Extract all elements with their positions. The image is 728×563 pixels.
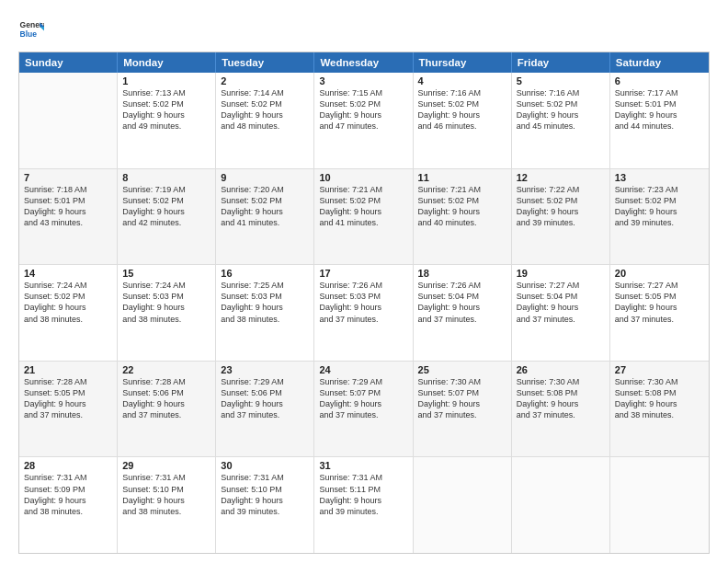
cell-info-line: Sunset: 5:05 PM [24, 387, 112, 398]
day-number: 15 [122, 268, 210, 279]
cell-info-line: and 37 minutes. [319, 409, 407, 420]
header-cell-friday: Friday [512, 52, 610, 73]
cell-info-line: Daylight: 9 hours [418, 206, 506, 217]
cell-info-line: Sunset: 5:02 PM [221, 195, 309, 206]
cell-info-line: Sunrise: 7:30 AM [517, 376, 605, 387]
day-number: 18 [418, 268, 506, 279]
day-number: 30 [221, 460, 309, 471]
cal-cell-5-2: 29Sunrise: 7:31 AMSunset: 5:10 PMDayligh… [118, 457, 216, 553]
day-number: 31 [319, 460, 407, 471]
cal-cell-4-4: 24Sunrise: 7:29 AMSunset: 5:07 PMDayligh… [314, 362, 413, 457]
day-number: 24 [319, 364, 407, 375]
cell-info-line: Sunset: 5:05 PM [615, 291, 704, 302]
cell-info-line: Sunrise: 7:26 AM [418, 280, 506, 291]
cell-info-line: Sunset: 5:02 PM [418, 98, 506, 109]
day-number: 1 [122, 75, 210, 86]
cell-info-line: Daylight: 9 hours [615, 206, 704, 217]
cal-cell-1-6: 5Sunrise: 7:16 AMSunset: 5:02 PMDaylight… [512, 73, 610, 168]
header-cell-wednesday: Wednesday [314, 52, 413, 73]
cell-info-line: Daylight: 9 hours [122, 206, 210, 217]
day-number: 28 [24, 460, 112, 471]
cell-info-line: Daylight: 9 hours [24, 495, 112, 506]
cell-info-line: Daylight: 9 hours [221, 398, 309, 409]
cal-cell-5-6 [512, 457, 610, 553]
cal-cell-2-5: 11Sunrise: 7:21 AMSunset: 5:02 PMDayligh… [414, 169, 512, 265]
cell-info-line: Sunrise: 7:28 AM [24, 376, 112, 387]
day-number: 4 [418, 75, 506, 86]
cell-info-line: Sunrise: 7:22 AM [517, 184, 605, 195]
cell-info-line: Daylight: 9 hours [517, 302, 605, 313]
cell-info-line: and 38 minutes. [24, 506, 112, 517]
cell-info-line: Daylight: 9 hours [319, 302, 407, 313]
header-cell-thursday: Thursday [414, 52, 512, 73]
cell-info-line: and 43 minutes. [24, 217, 112, 228]
cell-info-line: Sunrise: 7:31 AM [122, 472, 210, 483]
cell-info-line: Daylight: 9 hours [221, 206, 309, 217]
cell-info-line: Sunset: 5:02 PM [122, 98, 210, 109]
cell-info-line: Daylight: 9 hours [319, 206, 407, 217]
cell-info-line: Daylight: 9 hours [615, 109, 704, 121]
cell-info-line: Sunset: 5:03 PM [221, 291, 309, 302]
cell-info-line: Sunset: 5:09 PM [24, 484, 112, 495]
cell-info-line: Sunrise: 7:27 AM [615, 280, 704, 291]
cal-cell-1-2: 1Sunrise: 7:13 AMSunset: 5:02 PMDaylight… [118, 73, 216, 168]
cal-cell-4-5: 25Sunrise: 7:30 AMSunset: 5:07 PMDayligh… [414, 362, 512, 457]
cal-cell-1-5: 4Sunrise: 7:16 AMSunset: 5:02 PMDaylight… [414, 73, 512, 168]
cell-info-line: Sunrise: 7:28 AM [122, 376, 210, 387]
cell-info-line: Sunset: 5:10 PM [122, 484, 210, 495]
logo: General Blue [18, 17, 48, 42]
cell-info-line: and 37 minutes. [122, 409, 210, 420]
cell-info-line: Sunset: 5:03 PM [319, 291, 407, 302]
cell-info-line: Daylight: 9 hours [24, 206, 112, 217]
cell-info-line: Sunrise: 7:29 AM [221, 376, 309, 387]
cal-cell-4-7: 27Sunrise: 7:30 AMSunset: 5:08 PMDayligh… [610, 362, 709, 457]
day-number: 16 [221, 268, 309, 279]
cell-info-line: Daylight: 9 hours [122, 109, 210, 121]
cell-info-line: Sunrise: 7:27 AM [517, 280, 605, 291]
cell-info-line: Sunset: 5:07 PM [319, 387, 407, 398]
cell-info-line: Daylight: 9 hours [517, 109, 605, 121]
cell-info-line: Daylight: 9 hours [319, 398, 407, 409]
cell-info-line: Sunrise: 7:17 AM [615, 87, 704, 98]
day-number: 25 [418, 364, 506, 375]
cal-cell-2-2: 8Sunrise: 7:19 AMSunset: 5:02 PMDaylight… [118, 169, 216, 265]
cell-info-line: and 37 minutes. [418, 409, 506, 420]
cell-info-line: Sunrise: 7:24 AM [24, 280, 112, 291]
cell-info-line: Sunrise: 7:20 AM [221, 184, 309, 195]
cell-info-line: Sunset: 5:01 PM [24, 195, 112, 206]
cell-info-line: Daylight: 9 hours [221, 109, 309, 121]
cell-info-line: Sunrise: 7:26 AM [319, 280, 407, 291]
header-cell-saturday: Saturday [610, 52, 709, 73]
week-row-1: 1Sunrise: 7:13 AMSunset: 5:02 PMDaylight… [19, 73, 709, 169]
cal-cell-2-6: 12Sunrise: 7:22 AMSunset: 5:02 PMDayligh… [512, 169, 610, 265]
cal-cell-5-4: 31Sunrise: 7:31 AMSunset: 5:11 PMDayligh… [314, 457, 413, 553]
day-number: 20 [615, 268, 704, 279]
cell-info-line: and 40 minutes. [418, 217, 506, 228]
cell-info-line: Daylight: 9 hours [24, 398, 112, 409]
cell-info-line: Sunrise: 7:21 AM [319, 184, 407, 195]
logo-icon: General Blue [18, 17, 44, 42]
cell-info-line: Sunset: 5:06 PM [122, 387, 210, 398]
week-row-2: 7Sunrise: 7:18 AMSunset: 5:01 PMDaylight… [19, 169, 709, 266]
cell-info-line: and 39 minutes. [319, 506, 407, 517]
cell-info-line: Daylight: 9 hours [418, 109, 506, 121]
day-number: 5 [517, 75, 605, 86]
cell-info-line: and 39 minutes. [221, 506, 309, 517]
cell-info-line: Daylight: 9 hours [418, 302, 506, 313]
cell-info-line: and 48 minutes. [221, 121, 309, 132]
cell-info-line: Sunset: 5:02 PM [517, 98, 605, 109]
day-number: 17 [319, 268, 407, 279]
cell-info-line: Sunrise: 7:30 AM [418, 376, 506, 387]
cell-info-line: Sunset: 5:02 PM [24, 291, 112, 302]
cell-info-line: Daylight: 9 hours [319, 109, 407, 121]
cell-info-line: Sunrise: 7:19 AM [122, 184, 210, 195]
cal-cell-2-1: 7Sunrise: 7:18 AMSunset: 5:01 PMDaylight… [19, 169, 118, 265]
day-number: 27 [615, 364, 704, 375]
day-number: 6 [615, 75, 704, 86]
cal-cell-3-3: 16Sunrise: 7:25 AMSunset: 5:03 PMDayligh… [216, 265, 314, 361]
day-number: 13 [615, 172, 704, 183]
cell-info-line: Daylight: 9 hours [122, 302, 210, 313]
day-number: 22 [122, 364, 210, 375]
cal-cell-2-7: 13Sunrise: 7:23 AMSunset: 5:02 PMDayligh… [610, 169, 709, 265]
cell-info-line: and 38 minutes. [122, 314, 210, 325]
